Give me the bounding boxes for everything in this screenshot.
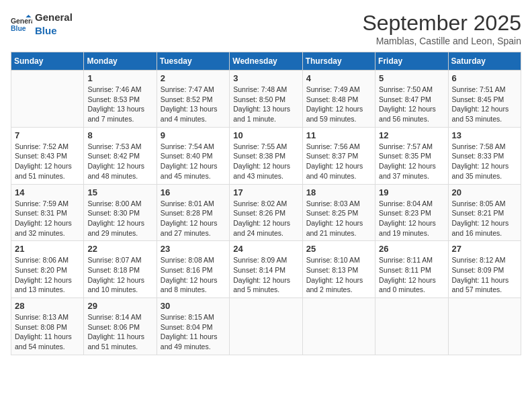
calendar-header-row: SundayMondayTuesdayWednesdayThursdayFrid… <box>11 52 521 71</box>
calendar-cell: 6Sunrise: 7:51 AM Sunset: 8:45 PM Daylig… <box>448 71 521 128</box>
day-info: Sunrise: 7:59 AM Sunset: 8:31 PM Dayligh… <box>15 199 80 238</box>
day-number: 26 <box>379 244 444 254</box>
day-number: 30 <box>161 301 226 311</box>
calendar-cell: 7Sunrise: 7:52 AM Sunset: 8:43 PM Daylig… <box>11 127 84 184</box>
day-number: 7 <box>15 130 80 140</box>
day-number: 14 <box>15 187 80 197</box>
day-number: 9 <box>161 130 226 140</box>
day-info: Sunrise: 8:15 AM Sunset: 8:04 PM Dayligh… <box>161 312 226 352</box>
day-info: Sunrise: 8:14 AM Sunset: 8:06 PM Dayligh… <box>87 312 152 352</box>
day-info: Sunrise: 8:00 AM Sunset: 8:30 PM Dayligh… <box>87 199 152 238</box>
day-number: 21 <box>15 244 80 254</box>
calendar-week-row: 7Sunrise: 7:52 AM Sunset: 8:43 PM Daylig… <box>11 127 521 184</box>
calendar-week-row: 21Sunrise: 8:06 AM Sunset: 8:20 PM Dayli… <box>11 241 521 298</box>
day-number: 24 <box>233 244 298 254</box>
day-info: Sunrise: 7:53 AM Sunset: 8:42 PM Dayligh… <box>87 142 152 181</box>
calendar-week-row: 14Sunrise: 7:59 AM Sunset: 8:31 PM Dayli… <box>11 184 521 241</box>
calendar-cell: 15Sunrise: 8:00 AM Sunset: 8:30 PM Dayli… <box>84 184 157 241</box>
calendar-cell: 10Sunrise: 7:55 AM Sunset: 8:38 PM Dayli… <box>230 127 302 184</box>
calendar-cell: 23Sunrise: 8:08 AM Sunset: 8:16 PM Dayli… <box>157 241 229 298</box>
calendar-cell: 9Sunrise: 7:54 AM Sunset: 8:40 PM Daylig… <box>157 127 229 184</box>
calendar-cell: 4Sunrise: 7:49 AM Sunset: 8:48 PM Daylig… <box>302 71 375 128</box>
day-info: Sunrise: 7:52 AM Sunset: 8:43 PM Dayligh… <box>15 142 80 181</box>
header-saturday: Saturday <box>448 52 521 71</box>
day-number: 19 <box>379 187 444 197</box>
calendar-cell <box>11 71 84 128</box>
day-number: 17 <box>233 187 298 197</box>
header-monday: Monday <box>84 52 157 71</box>
calendar-cell: 3Sunrise: 7:48 AM Sunset: 8:50 PM Daylig… <box>230 71 302 128</box>
calendar-cell <box>302 298 375 355</box>
header-thursday: Thursday <box>302 52 375 71</box>
calendar-cell: 12Sunrise: 7:57 AM Sunset: 8:35 PM Dayli… <box>375 127 448 184</box>
day-info: Sunrise: 8:04 AM Sunset: 8:23 PM Dayligh… <box>379 199 444 238</box>
day-number: 23 <box>161 244 226 254</box>
svg-marker-2 <box>26 15 31 17</box>
calendar-cell: 21Sunrise: 8:06 AM Sunset: 8:20 PM Dayli… <box>11 241 84 298</box>
header-friday: Friday <box>375 52 448 71</box>
day-number: 10 <box>233 130 298 140</box>
calendar-table: SundayMondayTuesdayWednesdayThursdayFrid… <box>11 52 521 355</box>
day-number: 8 <box>87 130 152 140</box>
logo-general-text: General <box>35 11 73 23</box>
calendar-cell: 8Sunrise: 7:53 AM Sunset: 8:42 PM Daylig… <box>84 127 157 184</box>
day-info: Sunrise: 7:54 AM Sunset: 8:40 PM Dayligh… <box>161 142 226 181</box>
calendar-cell: 27Sunrise: 8:12 AM Sunset: 8:09 PM Dayli… <box>448 241 521 298</box>
day-number: 20 <box>452 187 517 197</box>
location: Mamblas, Castille and Leon, Spain <box>362 36 521 46</box>
calendar-cell: 2Sunrise: 7:47 AM Sunset: 8:52 PM Daylig… <box>157 71 229 128</box>
day-info: Sunrise: 7:57 AM Sunset: 8:35 PM Dayligh… <box>379 142 444 181</box>
calendar-cell: 19Sunrise: 8:04 AM Sunset: 8:23 PM Dayli… <box>375 184 448 241</box>
calendar-cell <box>448 298 521 355</box>
day-info: Sunrise: 7:55 AM Sunset: 8:38 PM Dayligh… <box>233 142 298 181</box>
header-tuesday: Tuesday <box>157 52 229 71</box>
calendar-week-row: 28Sunrise: 8:13 AM Sunset: 8:08 PM Dayli… <box>11 298 521 355</box>
day-info: Sunrise: 7:50 AM Sunset: 8:47 PM Dayligh… <box>379 85 444 124</box>
day-info: Sunrise: 8:05 AM Sunset: 8:21 PM Dayligh… <box>452 199 517 238</box>
day-number: 12 <box>379 130 444 140</box>
calendar-cell: 16Sunrise: 8:01 AM Sunset: 8:28 PM Dayli… <box>157 184 229 241</box>
day-number: 15 <box>87 187 152 197</box>
day-number: 25 <box>306 244 371 254</box>
day-number: 18 <box>306 187 371 197</box>
calendar-cell: 22Sunrise: 8:07 AM Sunset: 8:18 PM Dayli… <box>84 241 157 298</box>
day-number: 13 <box>452 130 517 140</box>
day-number: 3 <box>233 73 298 83</box>
svg-text:Blue: Blue <box>11 25 26 32</box>
day-info: Sunrise: 8:10 AM Sunset: 8:13 PM Dayligh… <box>306 255 371 295</box>
day-number: 6 <box>452 73 517 83</box>
day-info: Sunrise: 8:12 AM Sunset: 8:09 PM Dayligh… <box>452 255 517 295</box>
title-block: September 2025 Mamblas, Castille and Leo… <box>362 11 521 46</box>
day-info: Sunrise: 7:48 AM Sunset: 8:50 PM Dayligh… <box>233 85 298 124</box>
calendar-cell <box>375 298 448 355</box>
day-number: 22 <box>87 244 152 254</box>
day-info: Sunrise: 7:56 AM Sunset: 8:37 PM Dayligh… <box>306 142 371 181</box>
logo-icon: General Blue <box>11 15 32 34</box>
day-number: 16 <box>161 187 226 197</box>
calendar-week-row: 1Sunrise: 7:46 AM Sunset: 8:53 PM Daylig… <box>11 71 521 128</box>
calendar-cell: 28Sunrise: 8:13 AM Sunset: 8:08 PM Dayli… <box>11 298 84 355</box>
month-title: September 2025 <box>362 11 521 36</box>
day-info: Sunrise: 8:03 AM Sunset: 8:25 PM Dayligh… <box>306 199 371 238</box>
logo-blue-text: Blue <box>35 25 57 36</box>
day-info: Sunrise: 8:11 AM Sunset: 8:11 PM Dayligh… <box>379 255 444 295</box>
svg-text:General: General <box>11 17 32 25</box>
calendar-cell: 30Sunrise: 8:15 AM Sunset: 8:04 PM Dayli… <box>157 298 229 355</box>
day-number: 4 <box>306 73 371 83</box>
day-number: 11 <box>306 130 371 140</box>
calendar-cell: 14Sunrise: 7:59 AM Sunset: 8:31 PM Dayli… <box>11 184 84 241</box>
day-info: Sunrise: 7:58 AM Sunset: 8:33 PM Dayligh… <box>452 142 517 181</box>
calendar-cell: 24Sunrise: 8:09 AM Sunset: 8:14 PM Dayli… <box>230 241 302 298</box>
calendar-cell: 29Sunrise: 8:14 AM Sunset: 8:06 PM Dayli… <box>84 298 157 355</box>
calendar-cell: 17Sunrise: 8:02 AM Sunset: 8:26 PM Dayli… <box>230 184 302 241</box>
day-info: Sunrise: 8:13 AM Sunset: 8:08 PM Dayligh… <box>15 312 80 352</box>
page-header: General Blue General Blue September 2025… <box>11 11 521 46</box>
calendar-cell: 26Sunrise: 8:11 AM Sunset: 8:11 PM Dayli… <box>375 241 448 298</box>
day-info: Sunrise: 8:02 AM Sunset: 8:26 PM Dayligh… <box>233 199 298 238</box>
header-sunday: Sunday <box>11 52 84 71</box>
header-wednesday: Wednesday <box>230 52 302 71</box>
calendar-cell: 5Sunrise: 7:50 AM Sunset: 8:47 PM Daylig… <box>375 71 448 128</box>
day-info: Sunrise: 8:09 AM Sunset: 8:14 PM Dayligh… <box>233 255 298 295</box>
calendar-cell: 20Sunrise: 8:05 AM Sunset: 8:21 PM Dayli… <box>448 184 521 241</box>
day-info: Sunrise: 8:01 AM Sunset: 8:28 PM Dayligh… <box>161 199 226 238</box>
